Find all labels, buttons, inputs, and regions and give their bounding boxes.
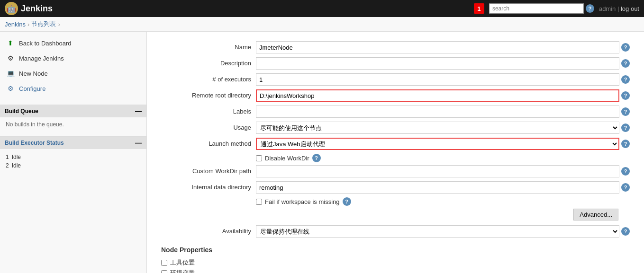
usage-row: Usage 尽可能的使用这个节点 ?	[161, 122, 630, 134]
build-queue-title: Build Queue	[5, 108, 38, 114]
availability-help-icon[interactable]: ?	[621, 227, 630, 236]
launch-method-input-wrap: 通过Java Web启动代理 ?	[256, 138, 630, 150]
breadcrumb-jenkins[interactable]: Jenkins	[5, 21, 26, 28]
search-input[interactable]	[489, 3, 584, 14]
breadcrumb-sep-1: ›	[27, 21, 29, 28]
custom-workdir-row: Custom WorkDir path ?	[161, 165, 630, 177]
logo: 🤖 Jenkins	[5, 2, 53, 15]
fail-workspace-checkbox[interactable]	[256, 199, 262, 205]
availability-input-wrap: 尽量保持代理在线 ?	[256, 225, 630, 238]
usage-select[interactable]: 尽可能的使用这个节点	[256, 122, 619, 134]
tools-location-checkbox[interactable]	[161, 260, 167, 266]
availability-select[interactable]: 尽量保持代理在线	[256, 225, 619, 238]
notification-badge[interactable]: 1	[474, 3, 484, 14]
build-executor-header: Build Executor Status —	[0, 137, 146, 149]
usage-help-icon[interactable]: ?	[621, 123, 630, 132]
internal-data-help-icon[interactable]: ?	[621, 183, 630, 192]
build-queue-content: No builds in the queue.	[0, 117, 146, 132]
build-queue-minimize[interactable]: —	[135, 107, 142, 115]
labels-label: Labels	[161, 106, 256, 117]
internal-data-input-wrap: ?	[256, 181, 630, 194]
env-vars-checkbox[interactable]	[161, 270, 167, 273]
internal-data-input[interactable]	[256, 181, 619, 194]
fail-workspace-help-icon[interactable]: ?	[343, 197, 351, 206]
sidebar-label-back: Back to Dashboard	[19, 40, 72, 47]
node-properties-header: Node Properties	[161, 246, 630, 254]
breadcrumb: Jenkins › 节点列表 ›	[0, 17, 644, 32]
main-content: Name ? Description ? # of executors ? Re…	[147, 32, 644, 273]
executor-1-status: Idle	[12, 154, 21, 160]
disable-workdir-help-icon[interactable]: ?	[312, 154, 321, 162]
advanced-button[interactable]: Advanced...	[573, 209, 618, 220]
availability-row: Availability 尽量保持代理在线 ?	[161, 225, 630, 238]
executors-help-icon[interactable]: ?	[621, 75, 630, 84]
name-row: Name ?	[161, 41, 630, 53]
remote-root-help-icon[interactable]: ?	[621, 91, 630, 100]
custom-workdir-input-wrap: ?	[256, 165, 630, 177]
launch-method-select[interactable]: 通过Java Web启动代理	[256, 138, 619, 150]
executor-2-status: Idle	[12, 162, 21, 169]
tools-location-label: 工具位置	[170, 258, 195, 267]
custom-workdir-input[interactable]	[256, 165, 619, 177]
sidebar-item-configure[interactable]: ⚙ Configure	[0, 81, 146, 96]
internal-data-label: Internal data directory	[161, 181, 256, 193]
new-node-icon: 💻	[6, 69, 15, 78]
build-executor-minimize[interactable]: —	[135, 139, 142, 147]
custom-workdir-help-icon[interactable]: ?	[621, 167, 630, 176]
usage-input-wrap: 尽可能的使用这个节点 ?	[256, 122, 630, 134]
name-input[interactable]	[256, 41, 619, 53]
usage-label: Usage	[161, 122, 256, 133]
executors-input[interactable]	[256, 73, 619, 86]
executors-input-wrap: ?	[256, 73, 630, 86]
description-row: Description ?	[161, 57, 630, 70]
fail-workspace-label: Fail if workspace is missing	[265, 198, 340, 205]
launch-method-label: Launch method	[161, 138, 256, 150]
remote-root-input-wrap: ?	[256, 89, 630, 102]
remote-root-row: Remote root directory ?	[161, 89, 630, 102]
breadcrumb-sep-2: ›	[58, 21, 60, 28]
name-input-wrap: ?	[256, 41, 630, 53]
sidebar-item-new-node[interactable]: 💻 New Node	[0, 66, 146, 81]
disable-workdir-checkbox[interactable]	[256, 155, 262, 161]
description-input[interactable]	[256, 57, 619, 70]
sidebar-item-back-to-dashboard[interactable]: ⬆ Back to Dashboard	[0, 35, 146, 51]
sidebar-item-manage-jenkins[interactable]: ⚙ Manage Jenkins	[0, 51, 146, 66]
build-executor-title: Build Executor Status	[5, 140, 64, 146]
labels-help-icon[interactable]: ?	[621, 107, 630, 116]
launch-method-row: Launch method 通过Java Web启动代理 ?	[161, 138, 630, 150]
description-help-icon[interactable]: ?	[621, 59, 630, 68]
advanced-row: Advanced...	[161, 209, 630, 220]
configure-icon: ⚙	[6, 84, 15, 93]
launch-method-help-icon[interactable]: ?	[621, 140, 630, 148]
user-area: admin | log out	[599, 5, 639, 12]
remote-root-input[interactable]	[256, 89, 619, 102]
logout-link[interactable]: log out	[621, 5, 639, 12]
labels-input[interactable]	[256, 106, 619, 118]
executor-1: 1 Idle	[6, 153, 141, 161]
sidebar-label-configure: Configure	[19, 85, 45, 92]
custom-workdir-label: Custom WorkDir path	[161, 165, 256, 177]
manage-icon: ⚙	[6, 53, 15, 63]
breadcrumb-nodes[interactable]: 节点列表	[31, 20, 56, 28]
search-area: ?	[489, 3, 594, 14]
name-help-icon[interactable]: ?	[621, 43, 630, 52]
search-help-icon[interactable]: ?	[586, 4, 594, 13]
labels-row: Labels ?	[161, 106, 630, 118]
disable-workdir-row: Disable WorkDir ?	[161, 154, 630, 162]
disable-workdir-label: Disable WorkDir	[265, 155, 309, 162]
fail-workspace-row: Fail if workspace is missing ?	[161, 197, 630, 206]
build-executor-section: Build Executor Status — 1 Idle 2 Idle	[0, 136, 146, 174]
description-input-wrap: ?	[256, 57, 630, 70]
env-vars-label: 环境变量	[170, 269, 195, 273]
name-label: Name	[161, 41, 256, 53]
description-label: Description	[161, 57, 256, 69]
main-layout: ⬆ Back to Dashboard ⚙ Manage Jenkins 💻 N…	[0, 32, 644, 273]
username: admin	[599, 5, 616, 12]
back-icon: ⬆	[6, 38, 15, 48]
executors-row: # of executors ?	[161, 73, 630, 86]
remote-root-label: Remote root directory	[161, 89, 256, 101]
divider: |	[617, 5, 621, 12]
internal-data-row: Internal data directory ?	[161, 181, 630, 194]
executors-label: # of executors	[161, 73, 256, 85]
section-divider	[161, 241, 630, 246]
